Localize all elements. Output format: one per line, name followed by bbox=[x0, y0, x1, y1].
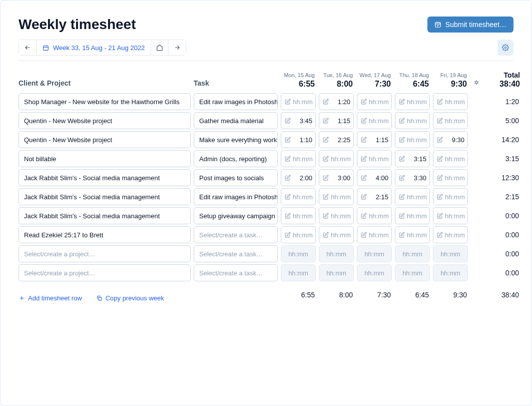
time-value: hh:mm bbox=[445, 212, 465, 220]
edit-icon bbox=[284, 137, 291, 143]
edit-icon bbox=[322, 137, 329, 143]
time-value: 2:25 bbox=[331, 136, 350, 144]
copy-previous-week-button[interactable]: Copy previous week bbox=[96, 294, 164, 302]
footer-day-total: 9:30 bbox=[433, 291, 468, 299]
edit-icon bbox=[436, 99, 443, 105]
time-cell[interactable]: hh:mm bbox=[319, 150, 354, 167]
time-cell[interactable]: hh:mm bbox=[433, 169, 468, 186]
timesheet-row: Read Ezekiel 25:17 to BrettSelect/create… bbox=[19, 226, 513, 243]
time-cell[interactable]: hh:mm bbox=[357, 226, 392, 243]
day-header-date: Thu, 18 Aug bbox=[395, 72, 430, 78]
time-cell[interactable]: hh:mm bbox=[281, 93, 316, 110]
time-cell[interactable]: hh:mm bbox=[281, 150, 316, 167]
time-cell[interactable]: 1:15 bbox=[357, 131, 392, 148]
time-cell[interactable]: hh:mm bbox=[319, 188, 354, 205]
time-cell[interactable]: hh:mm bbox=[357, 93, 392, 110]
task-header: Task bbox=[194, 79, 278, 89]
project-input[interactable]: Jack Rabbit Slim's - Social media manage… bbox=[19, 207, 191, 224]
time-cell[interactable]: hh:mm bbox=[357, 150, 392, 167]
time-cell[interactable]: hh:mm bbox=[433, 207, 468, 224]
edit-icon bbox=[360, 99, 367, 105]
time-cell[interactable]: 1:20 bbox=[319, 93, 354, 110]
time-value: hh:mm bbox=[364, 269, 384, 277]
project-input[interactable]: Select/create a project… bbox=[19, 264, 191, 281]
time-value: hh:mm bbox=[293, 98, 313, 106]
submit-timesheet-button[interactable]: Submit timesheet… bbox=[427, 17, 513, 33]
settings-button[interactable] bbox=[497, 40, 513, 56]
task-input[interactable]: Select/create a task… bbox=[194, 264, 278, 281]
time-cell[interactable]: 4:00 bbox=[357, 169, 392, 186]
time-cell[interactable]: hh:mm bbox=[395, 93, 430, 110]
task-input[interactable]: Edit raw images in Photosh … bbox=[194, 93, 278, 110]
task-input[interactable]: Make sure everything work … bbox=[194, 131, 278, 148]
time-cell: hh:mm bbox=[433, 264, 468, 281]
time-value: hh:mm bbox=[402, 269, 422, 277]
time-cell[interactable]: hh:mm bbox=[319, 207, 354, 224]
task-input[interactable]: Admin (docs, reporting) bbox=[194, 150, 278, 167]
time-cell[interactable]: 1:15 bbox=[319, 112, 354, 129]
time-cell[interactable]: 3:15 bbox=[395, 150, 430, 167]
week-picker[interactable]: Week 33, 15 Aug - 21 Aug 2022 bbox=[37, 40, 151, 55]
time-cell[interactable]: hh:mm bbox=[395, 188, 430, 205]
task-input[interactable]: Edit raw images in Photosh … bbox=[194, 188, 278, 205]
day-header-sum: 6:55 bbox=[281, 80, 316, 89]
time-cell[interactable]: 3:45 bbox=[281, 112, 316, 129]
time-cell[interactable]: hh:mm bbox=[395, 207, 430, 224]
svg-point-2 bbox=[504, 47, 506, 49]
time-cell[interactable]: 3:00 bbox=[319, 169, 354, 186]
time-value: hh:mm bbox=[293, 231, 313, 239]
time-cell: hh:mm bbox=[357, 264, 392, 281]
time-cell[interactable]: hh:mm bbox=[433, 188, 468, 205]
time-cell[interactable]: hh:mm bbox=[433, 93, 468, 110]
time-cell[interactable]: hh:mm bbox=[395, 226, 430, 243]
project-input[interactable]: Read Ezekiel 25:17 to Brett bbox=[19, 226, 191, 243]
timesheet-row: Quentin - New Website projectMake sure e… bbox=[19, 131, 513, 148]
task-input[interactable]: Select/create a task… bbox=[194, 226, 278, 243]
project-input[interactable]: Quentin - New Website project bbox=[19, 131, 191, 148]
project-input[interactable]: Not billable bbox=[19, 150, 191, 167]
time-value: hh:mm bbox=[445, 174, 465, 182]
project-input[interactable]: Select/create a project… bbox=[19, 245, 191, 262]
time-cell[interactable]: 2:15 bbox=[357, 188, 392, 205]
edit-icon bbox=[398, 232, 405, 238]
task-input[interactable]: Select/create a task… bbox=[194, 245, 278, 262]
time-cell[interactable]: hh:mm bbox=[395, 112, 430, 129]
time-cell[interactable]: 2:00 bbox=[281, 169, 316, 186]
add-timesheet-row-button[interactable]: Add timesheet row bbox=[19, 294, 82, 302]
time-cell[interactable]: hh:mm bbox=[281, 207, 316, 224]
footer-day-total: 7:30 bbox=[357, 291, 392, 299]
project-input[interactable]: Shop Manager - New website for the Hawth… bbox=[19, 93, 191, 110]
time-value: 2:00 bbox=[293, 174, 312, 182]
time-cell[interactable]: hh:mm bbox=[281, 188, 316, 205]
time-cell[interactable]: hh:mm bbox=[433, 112, 468, 129]
time-value: 1:20 bbox=[331, 98, 350, 106]
gear-icon bbox=[502, 44, 509, 51]
next-week-button[interactable] bbox=[169, 40, 186, 55]
prev-week-button[interactable] bbox=[19, 40, 37, 55]
task-input[interactable]: Setup giveaway campaign bbox=[194, 207, 278, 224]
edit-icon bbox=[436, 232, 443, 238]
time-cell[interactable]: 3:30 bbox=[395, 169, 430, 186]
project-input[interactable]: Jack Rabbit Slim's - Social media manage… bbox=[19, 188, 191, 205]
edit-icon bbox=[322, 213, 329, 219]
time-cell[interactable]: hh:mm bbox=[433, 150, 468, 167]
time-cell[interactable]: 1:10 bbox=[281, 131, 316, 148]
time-cell[interactable]: hh:mm bbox=[395, 131, 430, 148]
time-cell[interactable]: 9:30 bbox=[433, 131, 468, 148]
today-button[interactable] bbox=[151, 40, 169, 55]
time-cell[interactable]: hh:mm bbox=[357, 207, 392, 224]
weekend-toggle-icon[interactable]: ✲ bbox=[471, 79, 482, 89]
time-cell[interactable]: hh:mm bbox=[357, 112, 392, 129]
submit-label: Submit timesheet… bbox=[445, 21, 506, 29]
time-cell[interactable]: 2:25 bbox=[319, 131, 354, 148]
time-cell[interactable]: hh:mm bbox=[319, 226, 354, 243]
task-input[interactable]: Post images to socials bbox=[194, 169, 278, 186]
project-input[interactable]: Quentin - New Website project bbox=[19, 112, 191, 129]
edit-icon bbox=[398, 99, 405, 105]
timesheet-row: Not billableAdmin (docs, reporting)hh:mm… bbox=[19, 150, 513, 167]
task-input[interactable]: Gather media material bbox=[194, 112, 278, 129]
day-header-sum: 7:30 bbox=[357, 80, 392, 89]
project-input[interactable]: Jack Rabbit Slim's - Social media manage… bbox=[19, 169, 191, 186]
time-cell[interactable]: hh:mm bbox=[281, 226, 316, 243]
time-cell[interactable]: hh:mm bbox=[433, 226, 468, 243]
